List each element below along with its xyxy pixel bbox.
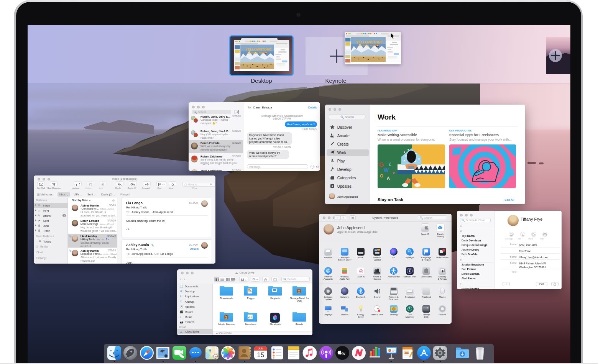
svg-text:NATIONAL PARK 🌄: NATIONAL PARK 🌄 <box>358 44 379 47</box>
svg-text:JUN: JUN <box>258 347 263 350</box>
svg-text:e: e <box>393 171 395 175</box>
svg-text:YELLOWSTONE: YELLOWSTONE <box>356 40 383 44</box>
svg-text:YELLOWSTONE: YELLOWSTONE <box>245 48 271 51</box>
svg-text:W: W <box>384 167 389 173</box>
svg-text:tv: tv <box>342 351 346 356</box>
svg-text:NATIONAL PARK 🌄: NATIONAL PARK 🌄 <box>248 52 268 54</box>
svg-text:15: 15 <box>257 351 264 359</box>
svg-text:30: 30 <box>214 356 217 358</box>
svg-text:O: O <box>380 173 384 179</box>
svg-text:A: A <box>387 176 390 180</box>
